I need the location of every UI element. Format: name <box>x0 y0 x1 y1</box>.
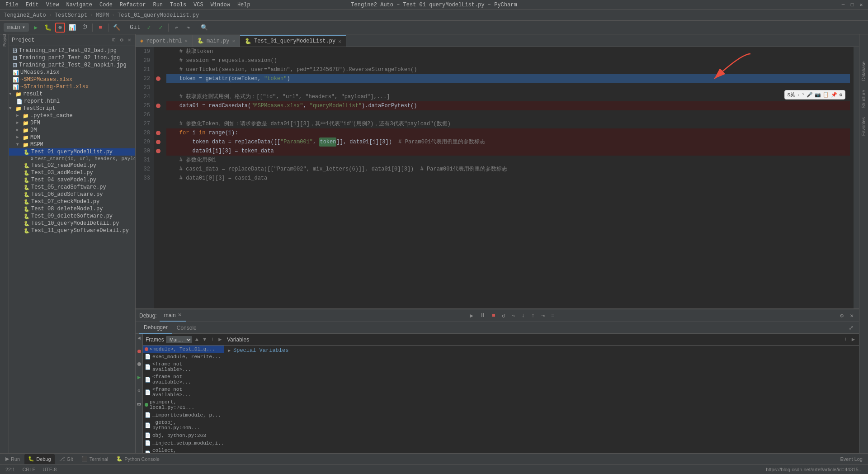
redo-button[interactable]: ↷ <box>183 23 193 33</box>
menu-help[interactable]: Help <box>236 2 252 8</box>
minimap-scrollbar[interactable] <box>854 47 859 308</box>
list-item[interactable]: 🐍Test_05_readSoftware.py <box>9 184 135 191</box>
menu-run[interactable]: Run <box>151 2 165 8</box>
list-item[interactable]: 🐍Test_03_addModel.py <box>9 169 135 176</box>
tab-test01-py[interactable]: 🐍 Test_01_queryModelList.py ✕ <box>240 35 346 47</box>
stop-button[interactable]: ■ <box>95 23 105 33</box>
list-item[interactable]: ▼📁MSPM <box>9 141 135 148</box>
list-item[interactable]: ▼📁TestScript <box>9 105 135 112</box>
tab-main-py[interactable]: 🐍 main.py ✕ <box>193 35 240 47</box>
list-item[interactable]: 🐍Test_07_checkModel.py <box>9 198 135 205</box>
file-tree-settings-icon[interactable]: ⚙ <box>119 36 125 44</box>
frame-item[interactable]: 📄 _inject_setup_module,i... <box>143 439 224 447</box>
frame-item[interactable]: 📄 exec_module, rewrite... <box>143 353 224 360</box>
menu-window[interactable]: Window <box>209 2 232 8</box>
debug-button[interactable]: 🐛 <box>42 23 53 33</box>
breadcrumb-item-3[interactable]: MSPM <box>96 12 109 19</box>
list-item[interactable]: 📊~$MSPMcases.xlsx <box>9 76 135 83</box>
debug-tab-debugger[interactable]: Debugger <box>139 322 172 334</box>
git-button[interactable]: Git <box>128 23 142 33</box>
frame-up-btn[interactable]: ▲ <box>194 336 200 343</box>
checkmark1-button[interactable]: ✓ <box>144 23 154 33</box>
menu-file[interactable]: File <box>4 2 20 8</box>
code-editor[interactable]: S英 · ° 🎤 📷 📋 📌 ⚙ <box>136 47 859 308</box>
resume-button[interactable]: ▶ <box>468 311 475 320</box>
breadcrumb-item-1[interactable]: Tengine2_Auto <box>4 12 46 19</box>
minimize-button[interactable]: ─ <box>840 2 846 8</box>
frame-expand-btn[interactable]: ▶ <box>217 336 223 343</box>
debug-green-arrow[interactable]: ▶ <box>137 374 141 381</box>
frame-item[interactable]: 📄 _getobj, python.py:445... <box>143 419 224 431</box>
debug-session-close[interactable]: ✕ <box>178 312 182 318</box>
step-into-button[interactable]: ↓ <box>520 311 527 320</box>
list-item[interactable]: 🖼Training_part2_Test_02_lion.jpg <box>9 54 135 62</box>
debug-settings-icon[interactable]: ⚙ <box>838 311 845 320</box>
var-item-special[interactable]: ▶ Special Variables <box>224 346 859 355</box>
file-tree-close-icon[interactable]: ✕ <box>127 36 132 44</box>
menu-tools[interactable]: Tools <box>168 2 188 8</box>
profile-button[interactable]: ⏱ <box>80 23 90 33</box>
step-out-button[interactable]: ↑ <box>529 311 537 320</box>
frame-item[interactable]: 📄 obj, python.py:263 <box>143 431 224 439</box>
list-item[interactable]: ►📁DM <box>9 127 135 134</box>
menu-vcs[interactable]: VCS <box>192 2 205 8</box>
undo-button[interactable]: ↶ <box>171 23 181 33</box>
frame-item[interactable]: <module>, Test_01_q... <box>143 346 224 353</box>
close-button[interactable]: ✕ <box>858 2 864 8</box>
code-content[interactable]: # 获取token # session = requests.session()… <box>163 47 854 308</box>
footer-tab-terminal[interactable]: ⬛ Terminal <box>78 454 112 464</box>
list-item[interactable]: ⚙test_start(id, url, headers, payload) <box>9 156 135 162</box>
list-item[interactable]: ►📁DFM <box>9 119 135 127</box>
footer-tab-git[interactable]: ⎇ Git <box>56 454 77 464</box>
project-icon[interactable]: Project <box>0 36 9 44</box>
debug-tab-console[interactable]: Console <box>172 322 201 334</box>
list-item[interactable]: 🐍Test_11_querySoftwareDetail.py <box>9 227 135 234</box>
menu-navigate[interactable]: Navigate <box>64 2 94 8</box>
thread-selector[interactable]: Mai.... <box>166 336 192 343</box>
frame-item[interactable]: 📄 <frame not available>... <box>143 373 224 386</box>
checkmark2-button[interactable]: ✓ <box>156 23 165 33</box>
build-button[interactable]: 🔨 <box>111 23 122 33</box>
ime-lang[interactable]: S英 <box>788 91 796 98</box>
frame-item[interactable]: 📄 <frame not available>... <box>143 386 224 398</box>
run-to-cursor-button[interactable]: ⇥ <box>539 311 547 320</box>
evaluate-button[interactable]: ≡ <box>549 311 557 320</box>
frame-add-btn[interactable]: + <box>209 336 215 343</box>
coverage-button[interactable]: 📊 <box>67 23 78 33</box>
breadcrumb-item-2[interactable]: TestScript <box>55 12 87 19</box>
list-item[interactable]: ►📁.pytest_cache <box>9 112 135 119</box>
menu-view[interactable]: View <box>44 2 61 8</box>
list-item[interactable]: 🐍Test_06_addSoftware.py <box>9 191 135 198</box>
debug-hide-icon[interactable]: ✕ <box>848 311 855 320</box>
debug-options-icon[interactable]: ⚙ <box>137 388 140 393</box>
menu-code[interactable]: Code <box>98 2 114 8</box>
frame-down-btn[interactable]: ▼ <box>202 336 208 343</box>
database-label[interactable]: Database <box>861 62 866 81</box>
run-button[interactable]: ▶ <box>31 23 41 33</box>
breadcrumb-item-4[interactable]: Test_01_queryModelList.py <box>118 12 199 19</box>
frame-item[interactable]: 📄 collect, python.py:448... <box>143 447 224 453</box>
favorites-label[interactable]: Favorites <box>861 117 866 136</box>
list-item[interactable]: 🖼Training_part2_Test_02_bad.jpg <box>9 47 135 54</box>
file-tree-expand-icon[interactable]: ⊞ <box>111 36 117 44</box>
run-config-selector[interactable]: main ▾ <box>4 23 29 32</box>
list-item[interactable]: 🐍Test_02_readModel.py <box>9 162 135 169</box>
var-add-btn[interactable]: + <box>843 336 849 343</box>
menu-edit[interactable]: Edit <box>24 2 41 8</box>
tab-close-report[interactable]: ✕ <box>184 38 188 44</box>
list-item[interactable]: 🐍Test_09_deleteSoftware.py <box>9 213 135 220</box>
step-over-button[interactable]: ↷ <box>510 311 517 320</box>
debug-expand-icon[interactable]: ⤢ <box>847 323 855 332</box>
debug-infinity-icon[interactable]: ∞ <box>137 401 141 408</box>
list-item[interactable]: 📊UMcases.xlsx <box>9 69 135 76</box>
footer-tab-debug[interactable]: 🐛 Debug <box>24 454 54 464</box>
list-item[interactable]: ►📁MDM <box>9 134 135 141</box>
footer-tab-event-log[interactable]: Event Log <box>836 454 866 464</box>
list-item[interactable]: ▼📁result <box>9 90 135 98</box>
list-item[interactable]: 🐍Test_08_deleteModel.py <box>9 205 135 213</box>
tab-close-main[interactable]: ✕ <box>232 38 236 44</box>
pause-button[interactable]: ⏸ <box>478 311 487 320</box>
status-charset[interactable]: UTF-8 <box>41 467 58 472</box>
list-item[interactable]: 📄report.html <box>9 98 135 105</box>
list-item[interactable]: 🐍Test_04_saveModel.py <box>9 176 135 184</box>
